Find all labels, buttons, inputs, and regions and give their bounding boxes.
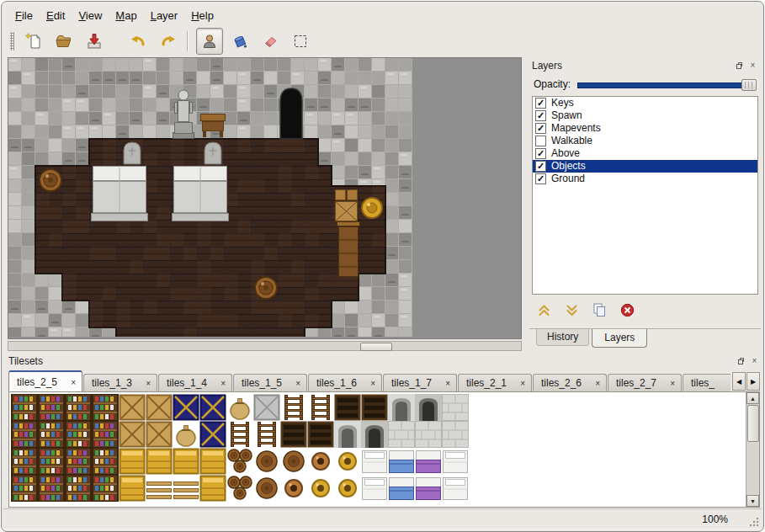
tileset-tab-label: tiles_1_7 bbox=[391, 377, 432, 389]
layers-actions bbox=[536, 301, 635, 322]
menu-edit[interactable]: Edit bbox=[40, 7, 72, 24]
layers-panel-title: Layers bbox=[532, 60, 730, 72]
fill-tool-button[interactable] bbox=[226, 28, 253, 55]
undo-button[interactable] bbox=[125, 28, 151, 55]
map-horizontal-scrollbar[interactable] bbox=[8, 341, 522, 351]
select-tool-button[interactable] bbox=[287, 28, 314, 55]
tab-close-icon[interactable]: × bbox=[520, 379, 525, 388]
menu-file[interactable]: File bbox=[8, 7, 40, 24]
toolbar-drag-handle[interactable] bbox=[10, 32, 14, 51]
close-panel-icon[interactable]: × bbox=[747, 61, 758, 72]
layer-visibility-checkbox[interactable] bbox=[535, 110, 546, 121]
map-canvas[interactable] bbox=[8, 58, 412, 337]
slider-handle[interactable] bbox=[741, 79, 757, 91]
tilesets-panel-titlebar: Tilesets × bbox=[6, 354, 762, 368]
close-panel-icon[interactable]: × bbox=[749, 356, 760, 367]
new-file-button[interactable] bbox=[20, 28, 47, 55]
dock-tab-bar: HistoryLayers bbox=[529, 328, 761, 348]
scrollbar-thumb[interactable] bbox=[360, 343, 392, 351]
move-layer-up-button[interactable] bbox=[536, 302, 552, 322]
tileset-tab-tiles_1_3[interactable]: tiles_1_3× bbox=[83, 374, 157, 391]
tab-close-icon[interactable]: × bbox=[71, 378, 76, 387]
layer-row-objects[interactable]: Objects bbox=[533, 160, 757, 173]
float-panel-icon[interactable] bbox=[735, 356, 746, 367]
tileset-tab-tiles_[interactable]: tiles_× bbox=[683, 374, 730, 391]
layer-row-above[interactable]: Above bbox=[533, 147, 757, 160]
save-button[interactable] bbox=[81, 28, 108, 55]
status-bar: 100% bbox=[3, 508, 762, 529]
scrollbar-thumb[interactable] bbox=[747, 405, 759, 442]
move-layer-down-button[interactable] bbox=[564, 302, 580, 322]
tileset-tab-label: tiles_1_6 bbox=[316, 377, 357, 389]
opacity-row: Opacity: bbox=[534, 76, 757, 93]
tileset-tab-label: tiles_1_3 bbox=[92, 377, 132, 389]
tileset-tab-tiles_1_4[interactable]: tiles_1_4× bbox=[158, 374, 232, 391]
dock-tab-layers[interactable]: Layers bbox=[592, 329, 647, 348]
zoom-level: 100% bbox=[702, 513, 728, 525]
place-object-tool-button[interactable] bbox=[196, 28, 223, 55]
layer-visibility-checkbox[interactable] bbox=[535, 136, 546, 146]
scroll-tabs-right-button[interactable]: ▶ bbox=[746, 372, 760, 391]
menu-help[interactable]: Help bbox=[184, 7, 220, 24]
chevron-up-icon bbox=[536, 302, 552, 318]
float-panel-icon[interactable] bbox=[733, 61, 744, 72]
tileset-tab-tiles_2_7[interactable]: tiles_2_7× bbox=[608, 374, 682, 391]
tileset-canvas[interactable] bbox=[11, 394, 469, 503]
tileset-tab-tiles_2_1[interactable]: tiles_2_1× bbox=[458, 374, 532, 391]
menu-view[interactable]: View bbox=[72, 7, 109, 24]
copy-icon bbox=[592, 302, 608, 318]
tileset-tab-tiles_2_6[interactable]: tiles_2_6× bbox=[533, 374, 607, 391]
layers-list: KeysSpawnMapeventsWalkableAboveObjectsGr… bbox=[532, 96, 758, 295]
menu-layer[interactable]: Layer bbox=[144, 7, 185, 24]
layer-row-spawn[interactable]: Spawn bbox=[533, 109, 757, 122]
layer-label: Keys bbox=[551, 97, 574, 109]
tab-close-icon[interactable]: × bbox=[595, 379, 600, 388]
map-view bbox=[8, 57, 522, 339]
tileset-tab-label: tiles_2_6 bbox=[541, 377, 582, 389]
redo-button[interactable] bbox=[155, 28, 182, 55]
open-button[interactable] bbox=[50, 28, 77, 55]
delete-layer-button[interactable] bbox=[619, 302, 635, 322]
marquee-select-icon bbox=[291, 32, 310, 51]
layer-visibility-checkbox[interactable] bbox=[535, 173, 546, 184]
layer-visibility-checkbox[interactable] bbox=[535, 98, 546, 109]
app-window: FileEditViewMapLayerHelp bbox=[1, 1, 764, 532]
tileset-tab-tiles_2_5[interactable]: tiles_2_5× bbox=[8, 370, 82, 391]
layer-label: Objects bbox=[551, 160, 586, 173]
tileset-vertical-scrollbar[interactable]: ▲ ▼ bbox=[746, 392, 759, 507]
dock-tab-history[interactable]: History bbox=[536, 329, 589, 346]
tab-close-icon[interactable]: × bbox=[146, 379, 151, 388]
layer-visibility-checkbox[interactable] bbox=[535, 161, 546, 172]
scroll-up-arrow[interactable]: ▲ bbox=[746, 392, 759, 404]
layer-visibility-checkbox[interactable] bbox=[535, 123, 546, 134]
scroll-tabs-left-button[interactable]: ◀ bbox=[732, 372, 746, 391]
eraser-icon bbox=[261, 32, 279, 51]
tileset-tab-tiles_1_5[interactable]: tiles_1_5× bbox=[233, 374, 307, 391]
layer-visibility-checkbox[interactable] bbox=[535, 148, 546, 159]
duplicate-layer-button[interactable] bbox=[592, 302, 608, 322]
layer-label: Mapevents bbox=[551, 122, 601, 135]
opacity-slider[interactable] bbox=[577, 78, 757, 90]
tab-close-icon[interactable]: × bbox=[670, 379, 675, 388]
opacity-label: Opacity: bbox=[534, 78, 571, 90]
menu-map[interactable]: Map bbox=[109, 7, 143, 24]
layer-row-ground[interactable]: Ground bbox=[533, 173, 757, 185]
resize-grip[interactable] bbox=[748, 516, 759, 527]
tab-close-icon[interactable]: × bbox=[220, 379, 226, 388]
layer-row-mapevents[interactable]: Mapevents bbox=[533, 122, 757, 135]
layer-label: Walkable bbox=[551, 135, 592, 147]
tileset-tab-tiles_1_7[interactable]: tiles_1_7× bbox=[383, 374, 457, 391]
tileset-tab-tiles_1_6[interactable]: tiles_1_6× bbox=[308, 374, 382, 391]
layers-panel-titlebar: Layers × bbox=[529, 59, 761, 72]
menu-bar: FileEditViewMapLayerHelp bbox=[8, 6, 220, 24]
tab-close-icon[interactable]: × bbox=[370, 379, 375, 388]
tab-scroll-arrows: ◀ ▶ bbox=[731, 372, 760, 391]
tab-close-icon[interactable]: × bbox=[445, 379, 450, 388]
eraser-tool-button[interactable] bbox=[257, 28, 284, 55]
tab-close-icon[interactable]: × bbox=[295, 379, 300, 388]
tilesets-panel: Tilesets × tiles_2_5×tiles_1_3×tiles_1_4… bbox=[6, 354, 762, 509]
delete-icon bbox=[619, 302, 635, 318]
scroll-down-arrow[interactable]: ▼ bbox=[746, 495, 759, 507]
layer-row-keys[interactable]: Keys bbox=[533, 97, 757, 109]
layer-row-walkable[interactable]: Walkable bbox=[533, 135, 757, 147]
